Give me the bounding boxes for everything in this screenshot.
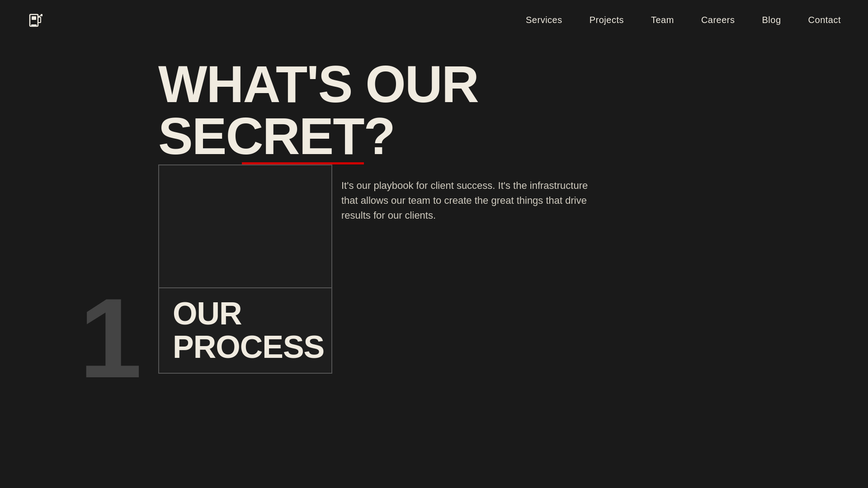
svg-rect-2	[38, 17, 41, 23]
description-text: It's our playbook for client success. It…	[341, 178, 594, 223]
card-title: OUR PROCESS	[159, 287, 331, 373]
nav-careers[interactable]: Careers	[701, 15, 735, 25]
nav-contact[interactable]: Contact	[808, 15, 841, 25]
nav-projects[interactable]: Projects	[590, 15, 624, 25]
svg-rect-4	[41, 14, 42, 16]
site-header: Services Projects Team Careers Blog Cont…	[0, 0, 868, 40]
main-content: WHAT'S OUR SECRET? 1 OUR PROCESS It's ou…	[0, 40, 868, 401]
number-backdrop: 1	[79, 282, 142, 395]
card-inner	[159, 165, 331, 287]
svg-rect-1	[32, 16, 36, 20]
logo[interactable]	[27, 11, 46, 30]
page-headline: WHAT'S OUR SECRET?	[158, 58, 710, 162]
logo-icon	[27, 11, 46, 30]
nav-team[interactable]: Team	[651, 15, 674, 25]
text-section: It's our playbook for client success. It…	[337, 164, 594, 374]
process-card: OUR PROCESS	[158, 164, 332, 374]
svg-rect-5	[31, 24, 37, 26]
main-nav: Services Projects Team Careers Blog Cont…	[526, 15, 841, 25]
nav-services[interactable]: Services	[526, 15, 562, 25]
content-block: 1 OUR PROCESS It's our playbook for clie…	[158, 164, 710, 374]
nav-blog[interactable]: Blog	[762, 15, 781, 25]
